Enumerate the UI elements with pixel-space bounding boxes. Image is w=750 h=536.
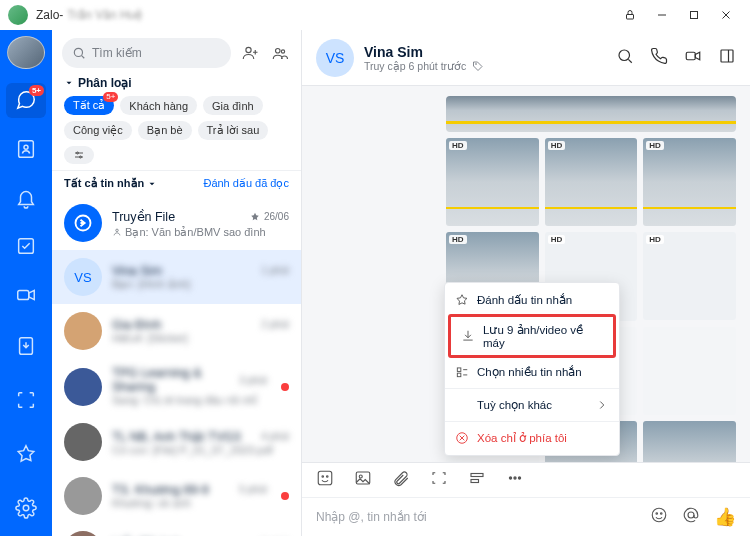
- svg-line-24: [628, 59, 631, 62]
- svg-rect-32: [457, 373, 461, 377]
- svg-point-40: [359, 475, 362, 478]
- image-item[interactable]: [643, 421, 736, 462]
- classify-label: Phân loại: [78, 76, 132, 90]
- menu-delete[interactable]: Xóa chỉ ở phía tôi: [445, 425, 619, 451]
- chat-avatar[interactable]: VS: [316, 39, 354, 77]
- user-name: Trần Văn Huệ: [67, 8, 142, 22]
- svg-point-6: [24, 145, 28, 149]
- search-placeholder: Tìm kiếm: [92, 46, 142, 60]
- nav-contacts[interactable]: [6, 132, 46, 167]
- image-item[interactable]: HD: [545, 138, 638, 226]
- separator: -: [59, 8, 63, 22]
- close-button[interactable]: [710, 1, 742, 29]
- menu-multiselect[interactable]: Chọn nhiều tin nhắn: [445, 359, 619, 385]
- svg-point-15: [281, 50, 284, 53]
- conversation-item[interactable]: TL NB, Anh Thật TVG34 phútCô con: [File]…: [52, 415, 301, 469]
- filter-all-messages[interactable]: Tất cả tin nhắn: [64, 177, 157, 190]
- maximize-button[interactable]: [678, 1, 710, 29]
- filter-chip[interactable]: Trả lời sau: [198, 121, 269, 140]
- chat-subtitle: Truy cập 6 phút trước: [364, 60, 484, 72]
- svg-point-43: [509, 477, 511, 479]
- screenshot-button[interactable]: [430, 469, 448, 491]
- context-menu: Đánh dấu tin nhắn Lưu 9 ảnh/video về máy…: [444, 282, 620, 456]
- chat-panel: VS Vina Sim Truy cập 6 phút trước HD: [302, 30, 750, 536]
- conversation-item[interactable]: VSVina Sim1 phútBạn: [Hình ảnh]: [52, 250, 301, 304]
- chat-video-button[interactable]: [684, 47, 702, 69]
- menu-mark[interactable]: Đánh dấu tin nhắn: [445, 287, 619, 313]
- filter-settings[interactable]: [64, 146, 94, 164]
- nav-notifications[interactable]: [6, 180, 46, 215]
- menu-other[interactable]: Tuỳ chọn khác: [445, 392, 619, 418]
- nav-star[interactable]: [6, 434, 46, 474]
- search-icon: [72, 46, 86, 60]
- filter-chip[interactable]: Bạn bè: [138, 121, 192, 140]
- svg-rect-31: [457, 368, 461, 372]
- nav-cloud[interactable]: [6, 326, 46, 366]
- chat-sidepanel-button[interactable]: [718, 47, 736, 69]
- svg-rect-8: [18, 290, 29, 299]
- svg-point-47: [656, 513, 658, 515]
- svg-point-13: [246, 47, 251, 52]
- nav-rail: 5+: [0, 30, 52, 536]
- chat-title: Vina Sim: [364, 44, 484, 60]
- nav-settings[interactable]: [6, 488, 46, 528]
- filter-chip[interactable]: Tất cả5+: [64, 96, 114, 115]
- svg-rect-36: [318, 471, 332, 485]
- add-friend-button[interactable]: [239, 42, 261, 64]
- svg-point-10: [23, 505, 29, 511]
- nav-messages[interactable]: 5+: [6, 83, 46, 118]
- classify-toggle[interactable]: Phân loại: [64, 76, 289, 90]
- menu-save-media[interactable]: Lưu 9 ảnh/video về máy: [448, 314, 616, 358]
- message-input[interactable]: Nhập @, tin nhắn tới: [316, 510, 650, 524]
- svg-point-11: [74, 48, 82, 56]
- format-button[interactable]: [468, 469, 486, 491]
- svg-point-21: [116, 229, 119, 232]
- mention-button[interactable]: [682, 506, 700, 528]
- mark-all-read[interactable]: Đánh dấu đã đọc: [203, 177, 289, 190]
- attach-button[interactable]: [392, 469, 410, 491]
- image-item[interactable]: HD: [446, 138, 539, 226]
- image-button[interactable]: [354, 469, 372, 491]
- svg-rect-0: [627, 15, 634, 20]
- app-name: Zalo: [36, 8, 59, 22]
- messages-badge: 5+: [29, 85, 44, 96]
- nav-video[interactable]: [6, 277, 46, 312]
- svg-point-14: [276, 49, 281, 54]
- svg-point-23: [619, 50, 630, 61]
- svg-point-44: [514, 477, 516, 479]
- chat-search-button[interactable]: [616, 47, 634, 69]
- svg-point-37: [322, 476, 324, 478]
- image-item[interactable]: [446, 96, 736, 132]
- more-compose-button[interactable]: [506, 469, 524, 491]
- emoji-button[interactable]: [650, 506, 668, 528]
- like-button[interactable]: 👍: [714, 506, 736, 528]
- profile-avatar[interactable]: [7, 36, 45, 69]
- filter-chip[interactable]: Công việc: [64, 121, 132, 140]
- chat-call-button[interactable]: [650, 47, 668, 69]
- search-input[interactable]: Tìm kiếm: [62, 38, 231, 68]
- minimize-button[interactable]: [646, 1, 678, 29]
- filter-chip[interactable]: Gia đình: [203, 96, 263, 115]
- svg-rect-42: [471, 480, 479, 483]
- svg-rect-26: [721, 50, 733, 62]
- conversation-item[interactable]: TPG Learning & Sharing3 phútSang: Chị ơi…: [52, 358, 301, 415]
- image-item[interactable]: HD: [643, 232, 736, 320]
- nav-todo[interactable]: [6, 229, 46, 264]
- conversation-item[interactable]: Liều TS Anh6 phútBạn: ok em: [52, 523, 301, 536]
- create-group-button[interactable]: [269, 42, 291, 64]
- image-item[interactable]: HD: [643, 138, 736, 226]
- svg-point-45: [518, 477, 520, 479]
- svg-rect-25: [686, 52, 695, 60]
- conversation-item[interactable]: Truyền File26/06 Bạn: Văn bản/BMV sao đì…: [52, 196, 301, 250]
- svg-point-22: [476, 63, 477, 64]
- filter-chip[interactable]: Khách hàng: [120, 96, 197, 115]
- svg-point-48: [661, 513, 663, 515]
- sticker-button[interactable]: [316, 469, 334, 491]
- conversation-item[interactable]: TS. Khương 89-95 phútKhương: ok anh: [52, 469, 301, 523]
- sidebar: Tìm kiếm Phân loại Tất cả5+Khách hàngGia…: [52, 30, 302, 536]
- image-item[interactable]: [643, 327, 736, 415]
- titlebar: Zalo - Trần Văn Huệ: [0, 0, 750, 30]
- conversation-item[interactable]: Gia Đình2 phútHiểu4: [Sticker]: [52, 304, 301, 358]
- nav-capture[interactable]: [6, 380, 46, 420]
- lock-icon[interactable]: [614, 1, 646, 29]
